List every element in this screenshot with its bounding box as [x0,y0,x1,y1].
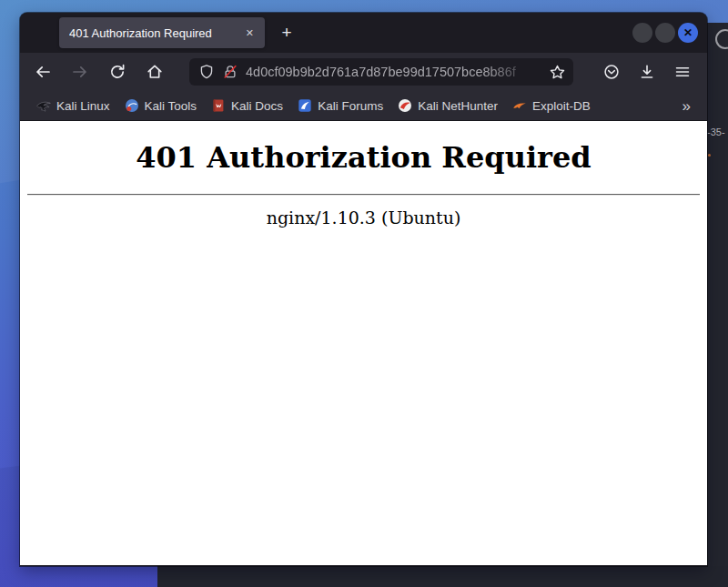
page-content: 401 Authorization Required nginx/1.10.3 … [20,121,707,565]
window-controls: ✕ [632,23,698,43]
bookmark-kali-forums[interactable]: Kali Forums [290,96,390,116]
download-icon [638,63,656,81]
bookmark-label: Kali NetHunter [418,99,498,113]
bookmark-label: Kali Forums [318,99,383,113]
nginx-error-page: 401 Authorization Required nginx/1.10.3 … [27,140,700,228]
kali-nethunter-icon [398,98,412,113]
bookmark-star-icon[interactable] [549,64,566,81]
background-window-button [715,29,728,49]
back-icon [34,63,52,81]
bookmark-kali-docs[interactable]: Kali Docs [204,96,290,116]
home-icon [146,63,164,81]
bookmark-kali-linux[interactable]: Kali Linux [29,96,117,116]
exploit-db-icon [512,98,527,113]
divider [27,194,700,196]
home-button[interactable] [139,57,170,86]
pocket-icon [602,63,621,81]
background-window-right-edge[interactable]: -35- [707,23,728,587]
menu-button[interactable] [667,57,698,86]
background-window-dot [708,154,711,157]
navigation-toolbar: 4d0cf09b9b2d761a7d87be99d17507bce8b86f [20,53,707,91]
bookmark-exploit-db[interactable]: Exploit-DB [505,96,598,116]
bookmark-kali-nethunter[interactable]: Kali NetHunter [390,96,505,116]
hamburger-menu-icon [673,63,692,81]
kali-forums-icon [298,98,312,113]
forward-button[interactable] [65,57,96,86]
window-close-icon: ✕ [683,27,693,38]
kali-tools-icon [125,98,139,113]
downloads-button[interactable] [632,57,662,86]
browser-window: 401 Authorization Required ✕ + ✕ [20,13,707,566]
window-close-button[interactable]: ✕ [678,23,698,43]
bookmarks-overflow-chevron[interactable]: » [679,96,694,116]
bookmark-label: Kali Docs [231,99,283,113]
reload-button[interactable] [102,57,133,86]
reload-icon [108,63,126,81]
pocket-button[interactable] [596,57,627,86]
desktop-background: -35- 401 Authorization Required ✕ + ✕ [0,0,728,587]
bookmark-label: Kali Tools [145,99,197,113]
browser-tab[interactable]: 401 Authorization Required ✕ [59,17,265,48]
tab-close-icon[interactable]: ✕ [242,25,258,41]
back-button[interactable] [27,57,58,86]
minimize-button[interactable] [632,23,652,43]
bookmarks-toolbar: Kali Linux Kali Tools Kali Docs [20,91,707,121]
background-window-bottom-edge[interactable] [157,566,728,587]
toolbar-right-group [596,57,698,86]
maximize-button[interactable] [655,23,675,43]
background-window-text: -35- [707,127,728,137]
url-bar[interactable]: 4d0cf09b9b2d761a7d87be99d17507bce8b86f [189,58,573,86]
bookmark-kali-tools[interactable]: Kali Tools [117,96,205,116]
bookmark-label: Kali Linux [56,99,110,113]
url-text[interactable]: 4d0cf09b9b2d761a7d87be99d17507bce8b86f [246,65,543,79]
error-heading: 401 Authorization Required [27,140,700,175]
new-tab-button[interactable]: + [274,20,299,46]
tab-bar: 401 Authorization Required ✕ + ✕ [20,13,707,53]
bookmark-label: Exploit-DB [532,99,591,113]
insecure-lock-icon[interactable] [222,64,238,80]
shield-icon[interactable] [198,64,215,80]
kali-docs-icon [211,98,226,113]
tab-title: 401 Authorization Required [69,26,242,40]
kali-linux-icon [36,98,51,113]
server-info: nginx/1.10.3 (Ubuntu) [27,207,700,228]
forward-icon [71,63,89,81]
